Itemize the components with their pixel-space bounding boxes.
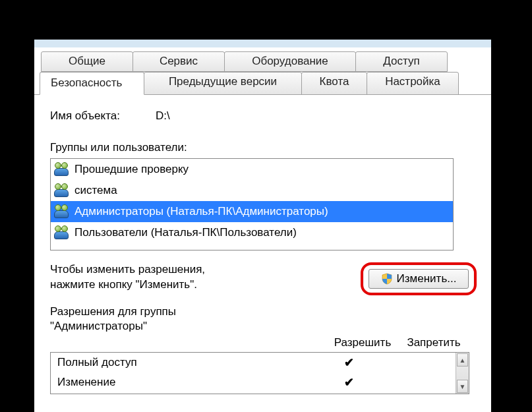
tabs-row-2: Безопасность Предыдущие версии Квота Нас… [40, 72, 491, 95]
scrollbar[interactable]: ▲ ▼ [456, 353, 469, 394]
list-item-label: Администраторы (Наталья-ПК\Администратор… [74, 205, 328, 218]
users-icon [53, 225, 71, 240]
change-button[interactable]: Изменить... [369, 269, 469, 289]
list-item[interactable]: Прошедшие проверку [51, 159, 453, 180]
tab-settings[interactable]: Настройка [367, 72, 459, 95]
change-hint-text: Чтобы изменить разрешения, нажмите кнопк… [50, 262, 205, 293]
security-panel: Имя объекта: D:\ Группы или пользователи… [34, 94, 491, 394]
users-icon [53, 183, 71, 198]
list-item-label: Пользователи (Наталья-ПК\Пользователи) [74, 226, 297, 239]
allow-checkmark: ✔ [313, 355, 384, 370]
permission-row[interactable]: Полный доступ ✔ [51, 353, 456, 372]
permission-row[interactable]: Изменение ✔ [51, 372, 456, 392]
object-name-row: Имя объекта: D:\ [50, 109, 477, 123]
permission-name: Изменение [57, 376, 313, 389]
list-item[interactable]: Администраторы (Наталья-ПК\Администратор… [51, 201, 453, 222]
users-icon [53, 162, 71, 177]
properties-dialog: Общие Сервис Оборудование Доступ Безопас… [34, 40, 491, 412]
groups-label: Группы или пользователи: [50, 141, 477, 154]
deny-column-header: Запретить [398, 336, 469, 349]
tab-general[interactable]: Общие [41, 51, 133, 72]
shield-icon [381, 273, 393, 285]
groups-listbox[interactable]: Прошедшие проверку система Администратор… [50, 158, 454, 250]
list-item[interactable]: система [51, 180, 453, 201]
scroll-track[interactable] [456, 367, 469, 379]
scroll-up-button[interactable]: ▲ [457, 353, 468, 367]
object-name-value: D:\ [156, 109, 170, 123]
tabs-row-1: Общие Сервис Оборудование Доступ [41, 51, 491, 72]
permission-name: Полный доступ [57, 356, 313, 369]
list-item[interactable]: Пользователи (Наталья-ПК\Пользователи) [51, 222, 453, 243]
list-item-label: система [74, 184, 117, 197]
users-icon [53, 204, 71, 219]
tab-access[interactable]: Доступ [355, 51, 448, 72]
highlight-annotation: Изменить... [361, 262, 477, 295]
list-item-label: Прошедшие проверку [74, 163, 189, 176]
tab-security[interactable]: Безопасность [40, 72, 144, 95]
tab-quota[interactable]: Квота [301, 72, 367, 95]
permissions-listbox[interactable]: Полный доступ ✔ Изменение ✔ ▲ ▼ [50, 352, 469, 394]
change-button-label: Изменить... [397, 272, 457, 285]
object-name-label: Имя объекта: [50, 109, 156, 123]
tab-service[interactable]: Сервис [133, 51, 225, 72]
tab-previous-versions[interactable]: Предыдущие версии [144, 72, 302, 95]
allow-column-header: Разрешить [327, 336, 398, 349]
scroll-down-button[interactable]: ▼ [457, 380, 468, 393]
allow-checkmark: ✔ [313, 375, 384, 390]
tab-hardware[interactable]: Оборудование [224, 51, 356, 72]
permissions-title: Разрешения для группы "Администраторы" [50, 305, 477, 334]
permissions-headers: Разрешить Запретить [50, 336, 469, 349]
